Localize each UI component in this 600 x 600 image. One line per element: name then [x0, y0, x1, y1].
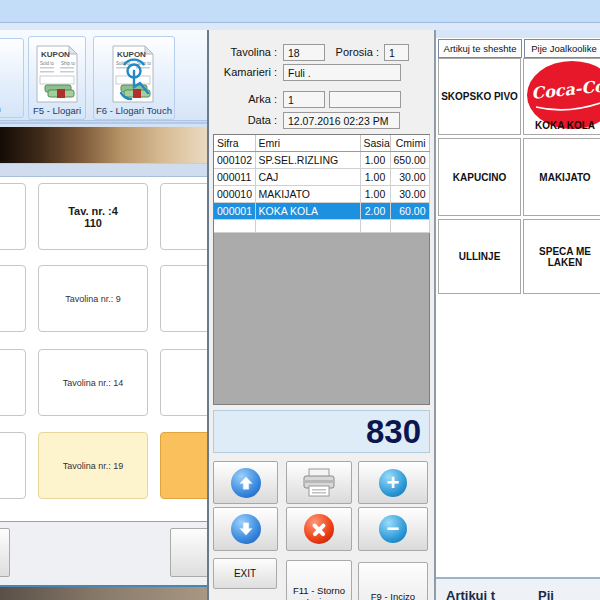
window-top-band — [0, 0, 600, 22]
tavolina-value: 18 — [288, 47, 300, 59]
table-row-empty — [214, 220, 429, 233]
tavolina-field[interactable]: 18 — [283, 44, 325, 61]
arka-secondary-field[interactable] — [329, 91, 401, 108]
table-button-partial[interactable] — [0, 432, 26, 499]
table-button-label: Tav. nr. :4 — [68, 205, 118, 217]
article-button-speca-me-laken[interactable]: SPECA ME LAKEN — [523, 219, 600, 294]
cancel-x-icon — [304, 514, 334, 544]
cell-sifra: 000011 — [214, 169, 255, 186]
clipped-label-artikuj: Artikuj t — [446, 588, 495, 600]
article-label: ULLINJE — [459, 251, 501, 262]
column-header-emri[interactable]: Emri — [255, 135, 360, 152]
article-button-koka-kola[interactable]: Coca-Cola KOKA KOLA — [523, 58, 600, 135]
column-header-cmimi[interactable]: Cmimi — [390, 135, 429, 152]
arka-field[interactable]: 1 — [283, 91, 325, 108]
table-button-4[interactable]: Tav. nr. :4 110 — [38, 183, 148, 250]
f11-storno-button[interactable]: F11 - Storno Incizo — [286, 560, 352, 600]
print-button[interactable] — [286, 461, 352, 504]
separator-bar — [0, 163, 210, 177]
arka-value: 1 — [288, 94, 294, 106]
table-row[interactable]: 000011 CAJ 1.00 30.00 — [214, 169, 429, 186]
table-button-partial[interactable] — [0, 183, 26, 250]
data-value: 12.07.2016 02:23 PM — [288, 115, 388, 127]
table-button-label: Tavolina nr.: 14 — [63, 378, 124, 388]
articles-panel: Artikuj te sheshte Pije Joalkoolike SKOP… — [435, 30, 600, 600]
table-button-partial[interactable] — [0, 349, 26, 416]
f11-storno-sublabel: Incizo — [287, 596, 351, 600]
add-item-button[interactable]: + — [358, 461, 428, 504]
article-label: SPECA ME LAKEN — [532, 246, 598, 268]
table-button-14[interactable]: Tavolina nr.: 14 — [38, 349, 148, 416]
order-items-table[interactable]: Sifra Emri Sasia Cmimi 000102 SP.SEL.RIZ… — [213, 134, 430, 405]
printer-icon — [301, 468, 337, 498]
svg-text:KUPON: KUPON — [117, 50, 146, 59]
table-header-row: Sifra Emri Sasia Cmimi — [214, 135, 429, 152]
table-row[interactable]: 000010 MAKIJATO 1.00 30.00 — [214, 186, 429, 203]
cell-sasia: 1.00 — [360, 152, 390, 169]
ribbon-button-label: Touch — [0, 101, 2, 117]
cell-sasia: 2.00 — [360, 203, 390, 220]
top-sub-band — [0, 23, 600, 30]
move-down-button[interactable] — [213, 507, 278, 551]
cell-sasia: 1.00 — [360, 186, 390, 203]
exit-button[interactable]: EXIT — [213, 558, 277, 589]
kamarieri-label: Kamarieri : — [209, 66, 277, 78]
column-header-sifra[interactable]: Sifra — [214, 135, 255, 152]
data-label: Data : — [209, 114, 277, 126]
article-label: KAPUCINO — [453, 172, 506, 183]
tab-pije-joalkoolike[interactable]: Pije Joalkoolike — [524, 39, 600, 58]
kamarieri-field[interactable]: Fuli . — [283, 64, 401, 81]
up-arrow-icon — [231, 468, 261, 498]
svg-text:Sold to: Sold to — [40, 61, 55, 66]
cell-cmimi: 650.00 — [390, 152, 429, 169]
tab-artikuj-te-sheshte[interactable]: Artikuj te sheshte — [438, 39, 522, 58]
table-button-label: Tavolina nr.: 9 — [65, 294, 121, 304]
plus-icon: + — [379, 469, 407, 497]
ribbon-toolbar: Touch KUPON Sold to Ship to F5 - Llogari — [0, 30, 210, 121]
f5-llogari-label: F5 - Llogari — [32, 103, 82, 119]
cell-sifra: 000001 — [214, 203, 255, 220]
table-button-partial[interactable] — [0, 265, 26, 332]
article-button-makijato[interactable]: MAKIJATO — [523, 138, 600, 216]
f6-llogari-touch-button[interactable]: KUPON Sold to Ship to F6 - Llogari Touch — [93, 36, 175, 120]
svg-text:KUPON: KUPON — [41, 50, 70, 59]
cell-cmimi: 30.00 — [390, 186, 429, 203]
table-button-9[interactable]: Tavolina nr.: 9 — [38, 265, 148, 332]
order-panel: Tavolina : 18 Porosia : 1 Kamarieri : Fu… — [207, 30, 435, 600]
bottom-bar-button-partial[interactable] — [0, 528, 10, 577]
cell-sifra: 000102 — [214, 152, 255, 169]
ribbon-button-partial-touch[interactable]: Touch — [0, 38, 24, 118]
f9-incizo-label: F9 - Incizo — [359, 591, 427, 600]
f9-incizo-button[interactable]: F9 - Incizo — [358, 562, 428, 600]
article-button-skopsko-pivo[interactable]: SKOPSKO PIVO — [438, 58, 521, 135]
article-label: KOKA KOLA — [524, 120, 600, 131]
article-button-ullinje[interactable]: ULLINJE — [438, 219, 521, 294]
cancel-button[interactable] — [286, 507, 352, 551]
tavolina-label: Tavolina : — [209, 46, 277, 58]
column-header-sasia[interactable]: Sasia — [360, 135, 390, 152]
background-photo-band — [0, 127, 210, 163]
table-row-selected[interactable]: 000001 KOKA KOLA 2.00 60.00 — [214, 203, 429, 220]
kamarieri-value: Fuli . — [288, 67, 311, 79]
porosia-value: 1 — [389, 47, 395, 59]
table-row[interactable]: 000102 SP.SEL.RIZLING 1.00 650.00 — [214, 152, 429, 169]
porosia-field[interactable]: 1 — [384, 44, 409, 61]
remove-item-button[interactable]: − — [358, 507, 428, 551]
f6-llogari-touch-label: F6 - Llogari Touch — [95, 103, 173, 119]
data-field[interactable]: 12.07.2016 02:23 PM — [283, 112, 400, 129]
f11-storno-label: F11 - Storno — [287, 585, 351, 596]
total-value: 830 — [366, 413, 421, 450]
down-arrow-icon — [231, 514, 261, 544]
arka-label: Arka : — [209, 93, 277, 105]
f5-llogari-button[interactable]: KUPON Sold to Ship to F5 - Llogari — [28, 36, 86, 120]
article-label: MAKIJATO — [539, 172, 590, 183]
article-button-kapucino[interactable]: KAPUCINO — [438, 138, 521, 216]
article-label: SKOPSKO PIVO — [441, 91, 518, 102]
cell-cmimi: 60.00 — [390, 203, 429, 220]
move-up-button[interactable] — [213, 461, 278, 504]
order-total: 830 — [213, 410, 430, 453]
minus-icon: − — [379, 515, 407, 543]
table-button-sublabel: 110 — [84, 217, 102, 229]
table-button-19[interactable]: Tavolina nr.: 19 — [38, 432, 148, 499]
tab-label: Pije Joalkoolike — [531, 43, 596, 54]
